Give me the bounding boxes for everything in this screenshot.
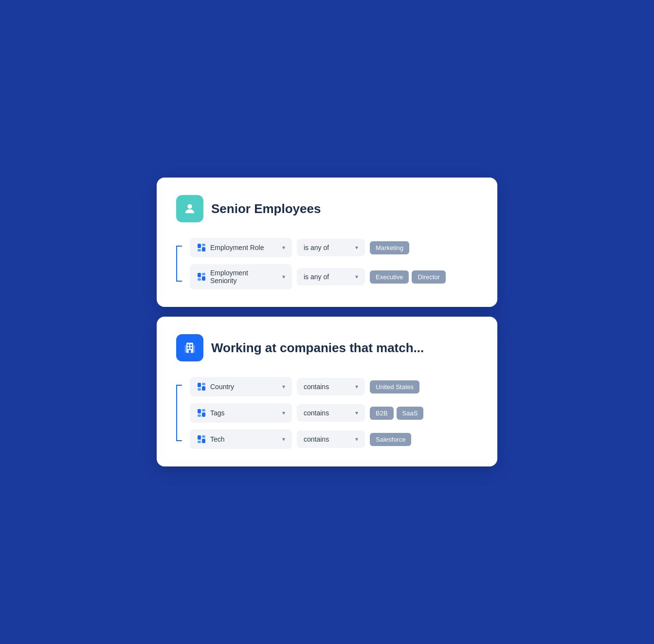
card2-header: Working at companies that match... (176, 334, 478, 361)
tech-label: Tech (210, 435, 276, 443)
svg-rect-8 (202, 276, 205, 281)
main-container: Senior Employees Employme (157, 178, 497, 466)
senior-employees-card: Senior Employees Employme (157, 178, 497, 307)
tag-b2b: B2B (370, 407, 394, 420)
field-icon-1 (197, 243, 206, 252)
bracket1-bottom (176, 281, 182, 282)
svg-rect-11 (187, 344, 189, 346)
employment-role-operator-label: is any of (304, 244, 349, 251)
svg-rect-3 (198, 249, 201, 251)
country-tags: United States (370, 380, 419, 394)
tag-executive: Executive (370, 270, 409, 284)
employment-seniority-tags: Executive Director (370, 270, 446, 284)
card2-filters: Country ▾ contains ▾ United States (176, 377, 478, 449)
person-icon (183, 202, 197, 215)
employment-seniority-chevron: ▾ (282, 273, 285, 280)
employment-role-operator[interactable]: is any of ▾ (297, 239, 365, 256)
svg-rect-7 (198, 278, 201, 281)
filter-row-tags: Tags ▾ contains ▾ B2B SaaS (190, 403, 478, 423)
bracket2 (176, 377, 183, 449)
card1-title: Senior Employees (211, 201, 321, 216)
employment-role-operator-chevron: ▾ (355, 244, 358, 251)
card1-filter-group: Employment Role ▾ is any of ▾ Marketing (176, 238, 478, 289)
svg-rect-14 (190, 347, 192, 349)
employment-seniority-operator-chevron: ▾ (355, 273, 358, 280)
filter-row-country: Country ▾ contains ▾ United States (190, 377, 478, 396)
tags-select[interactable]: Tags ▾ (190, 403, 292, 423)
card1-header: Senior Employees (176, 195, 478, 222)
tech-operator-label: contains (304, 435, 349, 443)
svg-rect-21 (202, 409, 205, 411)
tags-operator-label: contains (304, 409, 349, 417)
country-select[interactable]: Country ▾ (190, 377, 292, 396)
employment-role-select[interactable]: Employment Role ▾ (190, 238, 292, 257)
svg-rect-26 (198, 441, 201, 443)
tags-label: Tags (210, 409, 276, 417)
svg-rect-17 (202, 383, 205, 385)
country-operator-label: contains (304, 383, 349, 391)
svg-rect-12 (190, 344, 192, 346)
svg-rect-15 (189, 350, 191, 353)
card2-icon (176, 334, 203, 361)
svg-rect-4 (202, 247, 205, 251)
svg-point-0 (187, 204, 192, 209)
tech-operator[interactable]: contains ▾ (297, 430, 365, 448)
filter-row-employment-seniority: Employment Seniority ▾ is any of ▾ Execu… (190, 264, 478, 289)
tags-operator-chevron: ▾ (355, 410, 358, 416)
employment-seniority-operator-label: is any of (304, 273, 349, 281)
country-operator-chevron: ▾ (355, 383, 358, 390)
field-icon-4 (197, 408, 206, 418)
svg-rect-20 (198, 409, 201, 413)
employment-seniority-operator[interactable]: is any of ▾ (297, 268, 365, 286)
svg-rect-1 (198, 244, 201, 248)
tech-select[interactable]: Tech ▾ (190, 429, 292, 449)
field-icon-2 (197, 272, 206, 282)
tech-chevron: ▾ (282, 436, 285, 443)
svg-rect-18 (198, 388, 201, 391)
tag-salesforce: Salesforce (370, 433, 411, 446)
svg-rect-23 (202, 412, 205, 417)
field-icon-3 (197, 382, 206, 392)
card2-filter-group: Country ▾ contains ▾ United States (176, 377, 478, 449)
svg-rect-13 (187, 347, 189, 349)
employment-role-chevron: ▾ (282, 244, 285, 251)
tags-values: B2B SaaS (370, 407, 423, 420)
card1-filters: Employment Role ▾ is any of ▾ Marketing (176, 238, 478, 289)
card1-icon (176, 195, 203, 222)
svg-rect-25 (202, 435, 205, 438)
tech-operator-chevron: ▾ (355, 436, 358, 443)
employment-seniority-select[interactable]: Employment Seniority ▾ (190, 264, 292, 289)
svg-rect-5 (198, 273, 201, 277)
country-operator[interactable]: contains ▾ (297, 378, 365, 395)
companies-card: Working at companies that match... (157, 317, 497, 466)
tag-director: Director (412, 270, 446, 284)
svg-rect-6 (202, 273, 205, 275)
country-chevron: ▾ (282, 383, 285, 390)
building-icon (183, 341, 197, 355)
tag-saas: SaaS (397, 407, 424, 420)
tag-united-states: United States (370, 380, 419, 394)
tags-operator[interactable]: contains ▾ (297, 404, 365, 422)
filter-row-tech: Tech ▾ contains ▾ Salesforce (190, 429, 478, 449)
svg-rect-19 (202, 386, 205, 391)
card2-title: Working at companies that match... (211, 340, 424, 356)
svg-rect-27 (202, 439, 205, 443)
tech-tags: Salesforce (370, 433, 411, 446)
bracket2-bottom (176, 440, 182, 441)
svg-rect-2 (202, 244, 205, 246)
filter-row-employment-role: Employment Role ▾ is any of ▾ Marketing (190, 238, 478, 257)
country-label: Country (210, 383, 276, 391)
bracket1 (176, 238, 183, 289)
employment-seniority-label: Employment Seniority (210, 269, 276, 285)
svg-rect-16 (198, 383, 201, 387)
field-icon-5 (197, 434, 206, 444)
svg-rect-22 (198, 414, 201, 417)
employment-role-label: Employment Role (210, 244, 276, 251)
employment-role-tags: Marketing (370, 241, 409, 254)
tag-marketing: Marketing (370, 241, 409, 254)
svg-rect-24 (198, 435, 201, 440)
tags-chevron: ▾ (282, 410, 285, 416)
